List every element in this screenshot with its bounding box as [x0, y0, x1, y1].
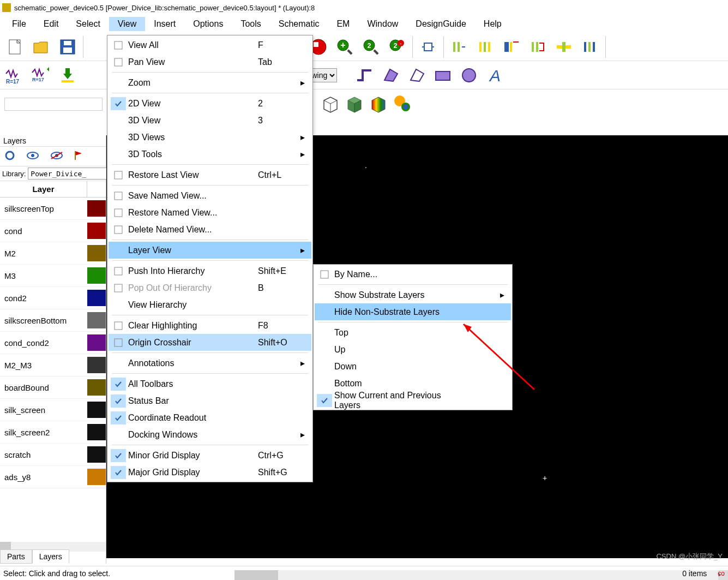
menu-item[interactable]: All Toolbars — [109, 375, 311, 392]
menu-edit[interactable]: Edit — [35, 17, 68, 31]
menu-item[interactable]: Zoom▸ — [109, 74, 311, 91]
align4-button[interactable] — [526, 35, 550, 59]
gear-icon[interactable] — [4, 150, 15, 163]
menu-item[interactable]: Layer View▸ — [109, 242, 311, 259]
layer-row[interactable]: silkscreenBottom — [0, 309, 106, 332]
layer-row[interactable]: silkscreenTop — [0, 198, 106, 220]
menu-item[interactable]: Delete Named View... — [109, 221, 311, 238]
menu-item[interactable]: By Name... — [315, 266, 511, 283]
menu-item[interactable]: Origin CrosshairShift+O — [109, 334, 311, 351]
zoom-in-2-button[interactable]: 2 — [359, 35, 383, 59]
layer-row[interactable]: scratch — [0, 444, 106, 466]
input-field[interactable] — [4, 98, 103, 111]
menu-item[interactable]: Clear HighlightingF8 — [109, 317, 311, 334]
tab-layers[interactable]: Layers — [32, 549, 69, 564]
cube-rainbow-button[interactable] — [368, 93, 389, 116]
menu-item[interactable]: Status Bar — [109, 392, 311, 409]
menu-item-label: 3D View — [126, 116, 258, 125]
layer-row[interactable]: M3 — [0, 265, 106, 287]
layer-row[interactable]: silk_screen2 — [0, 421, 106, 444]
svg-marker-38 — [47, 67, 49, 71]
download-button[interactable] — [56, 63, 80, 87]
new-file-button[interactable] — [3, 35, 27, 59]
align2-button[interactable] — [473, 35, 497, 59]
polygon-fill-button[interactable] — [378, 63, 402, 87]
menu-item[interactable]: Annotations▸ — [109, 355, 311, 372]
menu-tools[interactable]: Tools — [232, 17, 269, 31]
zoom-in-button[interactable]: + — [333, 35, 357, 59]
layer-name: silkscreenBottom — [0, 316, 87, 325]
menu-item[interactable]: Restore Named View... — [109, 204, 311, 221]
menu-item[interactable]: 3D View3 — [109, 112, 311, 129]
menu-item[interactable]: Up — [315, 341, 511, 358]
menu-item-label: Clear Highlighting — [126, 321, 258, 331]
save-button[interactable] — [56, 35, 80, 59]
menu-item[interactable]: Save Named View... — [109, 187, 311, 204]
menu-item[interactable]: Hide Non-Substrate Layers — [315, 303, 511, 320]
open-file-button[interactable] — [29, 35, 53, 59]
eye-icon[interactable] — [26, 151, 39, 162]
menu-em[interactable]: EM — [328, 17, 358, 31]
step-button[interactable] — [352, 63, 376, 87]
menu-insert[interactable]: Insert — [145, 17, 184, 31]
menu-item-label: By Name... — [332, 270, 458, 279]
menu-item-label: View All — [126, 40, 258, 50]
rect-button[interactable] — [431, 63, 455, 87]
menu-help[interactable]: Help — [475, 17, 510, 31]
cube-shade-button[interactable] — [344, 93, 365, 116]
rstat1-button[interactable]: R=17 — [3, 63, 27, 87]
menu-item[interactable]: Pan ViewTab — [109, 53, 311, 70]
menu-options[interactable]: Options — [184, 17, 232, 31]
menu-item[interactable]: 3D Tools▸ — [109, 146, 311, 163]
layer-row[interactable]: M2_M3 — [0, 354, 106, 376]
layer-row[interactable]: cond2 — [0, 287, 106, 309]
layer-row[interactable]: M2 — [0, 242, 106, 265]
layer-row[interactable]: cond — [0, 220, 106, 242]
svg-rect-30 — [536, 42, 538, 52]
menu-item[interactable]: Minor Grid DisplayCtrl+G — [109, 447, 311, 464]
menu-schematic[interactable]: Schematic — [270, 17, 328, 31]
flag-icon[interactable] — [74, 150, 83, 163]
align1-button[interactable] — [447, 35, 471, 59]
layer-swatch — [87, 200, 106, 217]
layer-swatch — [87, 267, 106, 284]
align3-button[interactable] — [500, 35, 524, 59]
menu-item[interactable]: Pop Out Of HierarchyB — [109, 279, 311, 296]
cube-wire-button[interactable] — [320, 93, 341, 116]
menu-item-label: Push Into Hierarchy — [126, 266, 258, 276]
align6-button[interactable] — [578, 35, 602, 59]
fit-button[interactable] — [416, 35, 440, 59]
menu-item[interactable]: Docking Windows▸ — [109, 426, 311, 443]
rstat2-button[interactable]: R=17 — [29, 63, 53, 87]
menu-item[interactable]: Major Grid DisplayShift+G — [109, 464, 311, 481]
menu-item[interactable]: 2D View2 — [109, 95, 311, 112]
circle-button[interactable] — [457, 63, 481, 87]
menu-item[interactable]: Coordinate Readout — [109, 409, 311, 426]
menu-window[interactable]: Window — [358, 17, 407, 31]
menu-item[interactable]: Show Current and Previous Layers — [315, 392, 511, 409]
polygon-button[interactable] — [405, 63, 429, 87]
tab-parts[interactable]: Parts — [0, 549, 32, 564]
eye-off-icon[interactable] — [50, 151, 63, 162]
layer-row[interactable]: cond_cond2 — [0, 332, 106, 354]
menu-item[interactable]: Restore Last ViewCtrl+L — [109, 166, 311, 183]
menu-item[interactable]: 3D Views▸ — [109, 129, 311, 146]
layer-row[interactable]: boardBound — [0, 376, 106, 399]
menu-item[interactable]: View Hierarchy — [109, 296, 311, 313]
gear-globe-button[interactable] — [392, 93, 413, 116]
layer-row[interactable]: ads_y8 — [0, 466, 106, 488]
menu-item[interactable]: View AllF — [109, 37, 311, 53]
menu-item[interactable]: Bottom — [315, 375, 511, 392]
menu-file[interactable]: File — [3, 17, 35, 31]
menu-select[interactable]: Select — [67, 17, 109, 31]
menu-item[interactable]: Push Into HierarchyShift+E — [109, 262, 311, 279]
layer-row[interactable]: silk_screen — [0, 399, 106, 421]
text-button[interactable]: A — [483, 63, 507, 87]
zoom-out-2-button[interactable]: 2- — [385, 35, 409, 59]
align5-button[interactable] — [552, 35, 576, 59]
menu-item[interactable]: Top — [315, 324, 511, 341]
menu-view[interactable]: View — [109, 17, 145, 31]
menu-designguide[interactable]: DesignGuide — [407, 17, 475, 31]
menu-item[interactable]: Down — [315, 358, 511, 375]
menu-item[interactable]: Show Substrate Layers▸ — [315, 286, 511, 303]
